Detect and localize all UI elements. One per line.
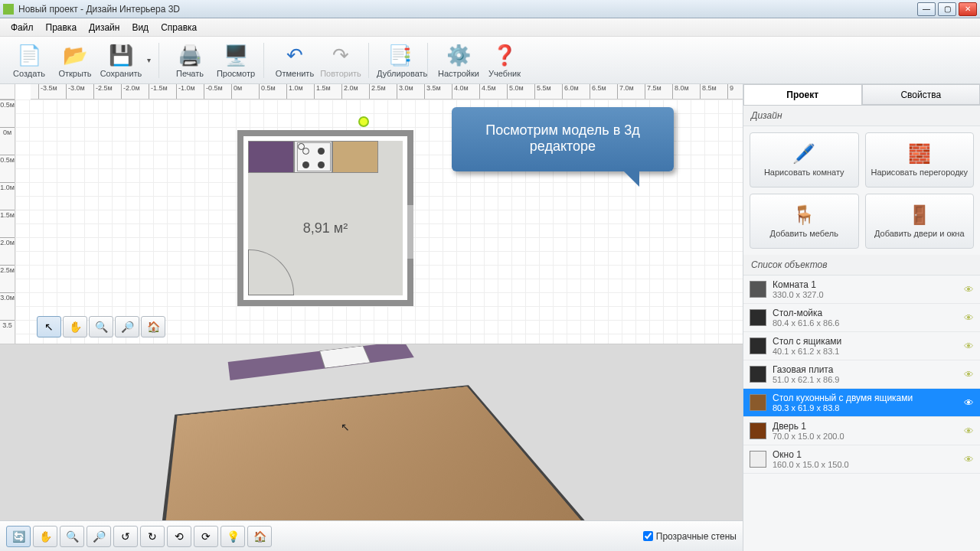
tool-home[interactable]: 🏠 bbox=[141, 316, 165, 337]
item-dim: 40.1 x 61.2 x 83.1 bbox=[773, 347, 841, 356]
open-icon: 📂 bbox=[52, 43, 98, 69]
save-icon: 💾 bbox=[98, 43, 144, 69]
side-tabs: Проект Свойства bbox=[743, 84, 980, 106]
cabinet-3d bbox=[228, 344, 414, 380]
item-name: Комната 1 bbox=[773, 279, 824, 290]
window-mark[interactable] bbox=[407, 205, 413, 259]
item-name: Стол кухонный с двумя ящиками bbox=[773, 393, 913, 403]
close-button[interactable]: ✕ bbox=[959, 2, 977, 16]
maximize-button[interactable]: ▢ bbox=[938, 2, 956, 16]
ruler-horizontal: -3.5м-3.0м-2.5м-2.0м-1.5м-1.0м-0.5м0м0.5… bbox=[31, 84, 743, 99]
tb-duplicate[interactable]: 📑Дублировать bbox=[377, 43, 423, 78]
list-item[interactable]: Газовая плита51.0 x 62.1 x 86.9 👁 bbox=[743, 360, 980, 389]
menu-edit[interactable]: Правка bbox=[40, 21, 83, 34]
visibility-icon[interactable]: 👁 bbox=[964, 284, 974, 295]
item-thumb bbox=[750, 451, 766, 468]
tb-undo[interactable]: ↶Отменить bbox=[272, 43, 318, 78]
tb-print[interactable]: 🖨️Печать bbox=[167, 43, 213, 78]
tool-zoom-out[interactable]: 🔎 bbox=[115, 316, 139, 337]
bt-rot-right[interactable]: ↻ bbox=[140, 526, 165, 547]
draw-room-icon: 🖊️ bbox=[792, 143, 815, 165]
ruler-vertical: 0.5м0м0.5м1.0м1.5м2.0м2.5м3.0м3.5 bbox=[0, 99, 15, 344]
menu-file[interactable]: Файл bbox=[5, 21, 40, 34]
visibility-icon[interactable]: 👁 bbox=[964, 341, 974, 352]
visibility-icon[interactable]: 👁 bbox=[964, 425, 974, 437]
cabinet-purple[interactable] bbox=[248, 141, 294, 173]
design-buttons: 🖊️Нарисовать комнату 🧱Нарисовать перегор… bbox=[743, 126, 980, 255]
item-name: Дверь 1 bbox=[773, 421, 844, 432]
door-arc[interactable] bbox=[248, 249, 294, 295]
bt-rot-left[interactable]: ↺ bbox=[113, 526, 138, 547]
item-thumb bbox=[750, 366, 766, 383]
section-objects-header: Список объектов bbox=[743, 255, 980, 276]
transparency-toggle[interactable]: Прозрачные стены bbox=[643, 531, 737, 542]
item-name: Стол с ящиками bbox=[773, 336, 841, 347]
btn-draw-wall[interactable]: 🧱Нарисовать перегородку bbox=[865, 132, 975, 187]
menu-help[interactable]: Справка bbox=[155, 21, 203, 34]
minimize-button[interactable]: — bbox=[917, 2, 936, 16]
ruler-corner bbox=[0, 84, 15, 99]
floor-3d bbox=[158, 386, 586, 520]
list-item[interactable]: Стол с ящиками40.1 x 61.2 x 83.1 👁 bbox=[743, 332, 980, 360]
menubar: Файл Правка Дизайн Вид Справка bbox=[0, 18, 980, 37]
list-item[interactable]: Комната 1330.0 x 327.0 👁 bbox=[743, 276, 980, 304]
wall-icon: 🧱 bbox=[908, 143, 931, 165]
tb-open[interactable]: 📂Открыть bbox=[52, 43, 98, 78]
list-item[interactable]: Дверь 170.0 x 15.0 x 200.0 👁 bbox=[743, 417, 980, 445]
app-icon bbox=[3, 4, 14, 15]
visibility-icon[interactable]: 👁 bbox=[964, 369, 974, 380]
btn-add-door[interactable]: 🚪Добавить двери и окна bbox=[865, 194, 975, 249]
bt-zoom-out[interactable]: 🔎 bbox=[87, 526, 111, 547]
view-3d[interactable]: ↖ bbox=[0, 344, 743, 520]
menu-view[interactable]: Вид bbox=[126, 21, 155, 34]
plan-tools: ↖ ✋ 🔍 🔎 🏠 bbox=[37, 316, 165, 337]
handle-dot[interactable] bbox=[358, 116, 369, 127]
item-thumb bbox=[750, 394, 766, 411]
list-item[interactable]: Стол кухонный с двумя ящиками80.3 x 61.9… bbox=[743, 389, 980, 417]
visibility-icon[interactable]: 👁 bbox=[964, 454, 974, 465]
save-dropdown-icon[interactable]: ▾ bbox=[147, 56, 151, 64]
cabinet-wood[interactable] bbox=[332, 141, 378, 173]
visibility-icon[interactable]: 👁 bbox=[964, 397, 974, 409]
bt-light[interactable]: 💡 bbox=[220, 526, 245, 547]
tb-preview[interactable]: 🖥️Просмотр bbox=[213, 43, 259, 78]
bt-home[interactable]: 🏠 bbox=[247, 526, 272, 547]
door-icon: 🚪 bbox=[908, 204, 931, 226]
visibility-icon[interactable]: 👁 bbox=[964, 312, 974, 324]
tb-new[interactable]: 📄Создать bbox=[6, 43, 52, 78]
stove[interactable] bbox=[297, 142, 331, 171]
tb-save[interactable]: 💾Сохранить bbox=[98, 43, 144, 78]
bottom-toolbar: 🔄 ✋ 🔍 🔎 ↺ ↻ ⟲ ⟳ 💡 🏠 Прозрачные стены bbox=[0, 520, 743, 551]
stove-3d bbox=[319, 346, 371, 369]
item-thumb bbox=[750, 422, 766, 439]
bt-loop-l[interactable]: ⟲ bbox=[167, 526, 191, 547]
object-list: Комната 1330.0 x 327.0 👁 Стол-мойка80.4 … bbox=[743, 276, 980, 551]
transparency-checkbox[interactable] bbox=[643, 531, 653, 541]
room[interactable]: 8,91 м² bbox=[237, 130, 413, 306]
duplicate-icon: 📑 bbox=[377, 43, 423, 69]
bt-hand[interactable]: ✋ bbox=[33, 526, 57, 547]
tool-zoom-in[interactable]: 🔍 bbox=[89, 316, 113, 337]
item-dim: 330.0 x 327.0 bbox=[773, 290, 824, 299]
bt-loop-r[interactable]: ⟳ bbox=[194, 526, 218, 547]
bt-zoom-in[interactable]: 🔍 bbox=[60, 526, 84, 547]
menu-design[interactable]: Дизайн bbox=[83, 21, 126, 34]
plan-canvas[interactable]: 8,91 м² Посмотрим модель в 3д редакторе … bbox=[15, 99, 743, 344]
btn-draw-room[interactable]: 🖊️Нарисовать комнату bbox=[750, 132, 859, 187]
bt-orbit[interactable]: 🔄 bbox=[6, 526, 31, 547]
tb-settings[interactable]: ⚙️Настройки bbox=[436, 43, 482, 78]
tool-pointer[interactable]: ↖ bbox=[37, 316, 61, 337]
item-thumb bbox=[750, 281, 766, 298]
side-panel: Проект Свойства Дизайн 🖊️Нарисовать комн… bbox=[743, 84, 980, 551]
section-design-header: Дизайн bbox=[743, 106, 980, 126]
tab-project[interactable]: Проект bbox=[743, 84, 862, 105]
list-item[interactable]: Окно 1160.0 x 15.0 x 150.0 👁 bbox=[743, 445, 980, 474]
tab-properties[interactable]: Свойства bbox=[862, 84, 981, 105]
item-thumb bbox=[750, 337, 766, 354]
tool-hand[interactable]: ✋ bbox=[63, 316, 87, 337]
btn-add-furniture[interactable]: 🪑Добавить мебель bbox=[750, 194, 859, 249]
window-title: Новый проект - Дизайн Интерьера 3D bbox=[18, 4, 915, 15]
list-item[interactable]: Стол-мойка80.4 x 61.6 x 86.6 👁 bbox=[743, 304, 980, 332]
tb-help[interactable]: ❓Учебник bbox=[482, 43, 528, 78]
titlebar: Новый проект - Дизайн Интерьера 3D — ▢ ✕ bbox=[0, 0, 980, 18]
